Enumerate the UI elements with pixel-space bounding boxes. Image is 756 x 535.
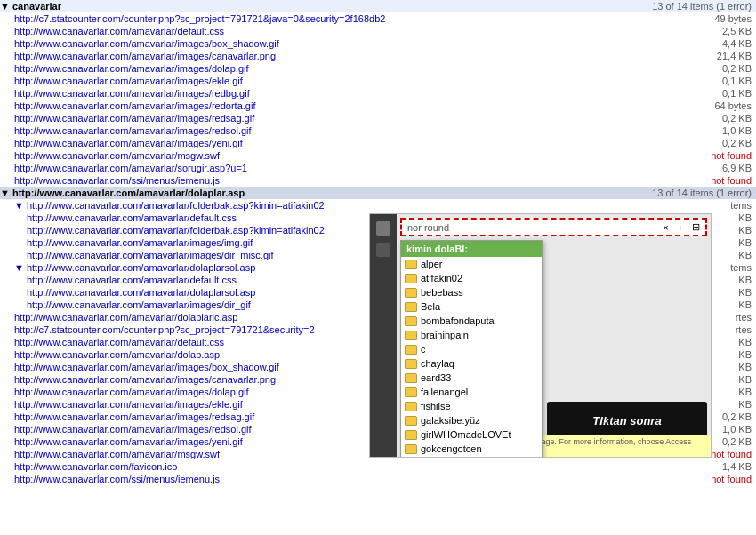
- section2-header[interactable]: ▼ http://www.canavarlar.com/amavarlar/do…: [0, 187, 756, 199]
- section1-count: 13 of 14 items (1 error): [578, 1, 756, 12]
- dropdown-item-11[interactable]: galaksibe:yüz: [401, 413, 542, 427]
- overlay-inner: nor round × + ⊞ kimin dolaBI: alper atif…: [370, 214, 711, 457]
- toolbar-add-btn[interactable]: +: [678, 222, 683, 233]
- folder-icon: [405, 316, 417, 326]
- item-size: 0,1 KB: [685, 76, 756, 86]
- section1-header[interactable]: ▼ canavarlar 13 of 14 items (1 error): [0, 0, 756, 12]
- dropdown-label: braininpain: [421, 330, 469, 340]
- item-size: 0,1 KB: [685, 88, 756, 99]
- dropdown-item-2[interactable]: bebebass: [401, 285, 542, 299]
- section2-count: 13 of 14 items (1 error): [578, 188, 756, 198]
- item-s1-4[interactable]: http://www.canavarlar.com/amavarlar/imag…: [0, 62, 756, 75]
- dropdown-label: fallenangel: [421, 387, 468, 397]
- dropdown-item-8[interactable]: eard33: [401, 371, 542, 385]
- item-size: not found: [685, 474, 756, 484]
- item-s1-2[interactable]: http://www.canavarlar.com/amavarlar/imag…: [0, 37, 756, 50]
- item-size: 49 bytes: [685, 13, 756, 24]
- item-size: 64 bytes: [685, 100, 756, 111]
- item-size: not found: [685, 175, 756, 186]
- promo-banner: TIktan sonra: [547, 402, 707, 439]
- panel-icon-2[interactable]: [376, 243, 390, 257]
- item-s1-10[interactable]: http://www.canavarlar.com/amavarlar/imag…: [0, 137, 756, 149]
- item-s1-8[interactable]: http://www.canavarlar.com/amavarlar/imag…: [0, 112, 756, 124]
- item-url: http://www.canavarlar.com/amavarlar/msgw…: [14, 150, 685, 161]
- panel-icon-1[interactable]: [376, 221, 390, 236]
- overlay-content: nor round × + ⊞ kimin dolaBI: alper atif…: [397, 214, 711, 457]
- dropdown-label: girlWHOmadeLOVEt: [421, 429, 511, 440]
- item-size: 4,4 KB: [685, 38, 756, 49]
- dropdown-item-1[interactable]: atifakin02: [401, 271, 542, 285]
- dropdown-item-3[interactable]: Bela: [401, 299, 542, 314]
- item-url: http://www.canavarlar.com/ssi/menus/ieme…: [14, 175, 685, 186]
- overlay-box: nor round × + ⊞ kimin dolaBI: alper atif…: [369, 213, 712, 458]
- folder-icon: [405, 387, 417, 397]
- dropdown-label: bombafondaputa: [421, 315, 495, 326]
- dropdown-label: eard33: [421, 372, 451, 383]
- item-url: http://www.canavarlar.com/amavarlar/imag…: [14, 125, 685, 136]
- item-size: 1,4 KB: [685, 461, 756, 472]
- folder-icon: [405, 444, 417, 454]
- dropdown-label: bebebass: [421, 287, 463, 298]
- item-size: not found: [685, 150, 756, 161]
- dropdown-label: alper: [421, 259, 442, 269]
- item-url: http://www.canavarlar.com/amavarlar/imag…: [14, 138, 685, 148]
- dropdown-item-7[interactable]: chaylaq: [401, 356, 542, 371]
- item-url: http://www.canavarlar.com/amavarlar/imag…: [14, 38, 685, 49]
- item-url: http://www.canavarlar.com/amavarlar/defa…: [14, 26, 685, 36]
- folder-icon: [405, 359, 417, 369]
- dropdown-item-0[interactable]: alper: [401, 257, 542, 271]
- item-s1-12[interactable]: http://www.canavarlar.com/amavarlar/soru…: [0, 162, 756, 174]
- item-s1-7[interactable]: http://www.canavarlar.com/amavarlar/imag…: [0, 100, 756, 112]
- item-s1-0[interactable]: http://c7.statcounter.com/counter.php?sc…: [0, 12, 756, 25]
- item-size: 2,5 KB: [685, 26, 756, 36]
- section2-label: ▼ http://www.canavarlar.com/amavarlar/do…: [0, 188, 578, 198]
- item-url: http://www.canavarlar.com/amavarlar/imag…: [14, 51, 685, 61]
- dropdown-item-14[interactable]: iremcaâl: [401, 456, 542, 458]
- item-s1-9[interactable]: http://www.canavarlar.com/amavarlar/imag…: [0, 124, 756, 137]
- item-s2-0[interactable]: ▼ http://www.canavarlar.com/amavarlar/fo…: [0, 199, 756, 212]
- dropdown: kimin dolaBI: alper atifakin02 bebebass: [400, 240, 543, 458]
- overlay-left-panel: [370, 214, 397, 457]
- dropdown-item-6[interactable]: c: [401, 342, 542, 356]
- dropdown-label: chaylaq: [421, 358, 454, 369]
- item-s1-13[interactable]: http://www.canavarlar.com/ssi/menus/ieme…: [0, 174, 756, 187]
- dropdown-item-12[interactable]: girlWHOmadeLOVEt: [401, 427, 542, 442]
- folder-icon: [405, 331, 417, 340]
- item-s1-11[interactable]: http://www.canavarlar.com/amavarlar/msgw…: [0, 149, 756, 162]
- dropdown-item-13[interactable]: gokcengotcen: [401, 442, 542, 456]
- item-size: 21,4 KB: [685, 51, 756, 61]
- dropdown-item-9[interactable]: fallenangel: [401, 385, 542, 399]
- item-s1-6[interactable]: http://www.canavarlar.com/amavarlar/imag…: [0, 87, 756, 100]
- folder-icon: [405, 302, 417, 312]
- item-url: http://www.canavarlar.com/amavarlar/imag…: [14, 88, 685, 99]
- item-url: http://www.canavarlar.com/amavarlar/imag…: [14, 76, 685, 86]
- dropdown-item-10[interactable]: fishilse: [401, 399, 542, 413]
- item-s2-22[interactable]: http://www.canavarlar.com/ssi/menus/ieme…: [0, 473, 756, 485]
- item-size: 0,2 KB: [685, 63, 756, 74]
- folder-icon: [405, 402, 417, 411]
- dropdown-item-4[interactable]: bombafondaputa: [401, 314, 542, 328]
- folder-icon: [405, 416, 417, 426]
- item-size: 1,0 KB: [685, 125, 756, 136]
- folder-icon: [405, 373, 417, 383]
- toolbar-close-btn[interactable]: ×: [663, 222, 668, 233]
- item-url: ▼ http://www.canavarlar.com/amavarlar/fo…: [14, 200, 685, 211]
- folder-icon: [405, 260, 417, 269]
- dropdown-label: galaksibe:yüz: [421, 415, 480, 426]
- dropdown-label: Bela: [421, 301, 440, 312]
- item-url: http://www.canavarlar.com/amavarlar/imag…: [14, 113, 685, 124]
- item-s1-3[interactable]: http://www.canavarlar.com/amavarlar/imag…: [0, 50, 756, 62]
- toolbar-grid-btn[interactable]: ⊞: [692, 221, 700, 233]
- item-url: http://c7.statcounter.com/counter.php?sc…: [14, 13, 685, 24]
- promo-text: TIktan sonra: [592, 414, 661, 427]
- dropdown-item-5[interactable]: braininpain: [401, 328, 542, 342]
- item-s1-5[interactable]: http://www.canavarlar.com/amavarlar/imag…: [0, 75, 756, 87]
- folder-icon: [405, 274, 417, 283]
- item-url: http://www.canavarlar.com/amavarlar/imag…: [14, 100, 685, 111]
- dropdown-label: c: [421, 344, 426, 355]
- item-s2-21[interactable]: http://www.canavarlar.com/favicon.ico 1,…: [0, 460, 756, 473]
- item-s1-1[interactable]: http://www.canavarlar.com/amavarlar/defa…: [0, 25, 756, 37]
- item-url: http://www.canavarlar.com/amavarlar/soru…: [14, 163, 685, 173]
- item-size: tems: [685, 200, 756, 211]
- folder-icon: [405, 345, 417, 355]
